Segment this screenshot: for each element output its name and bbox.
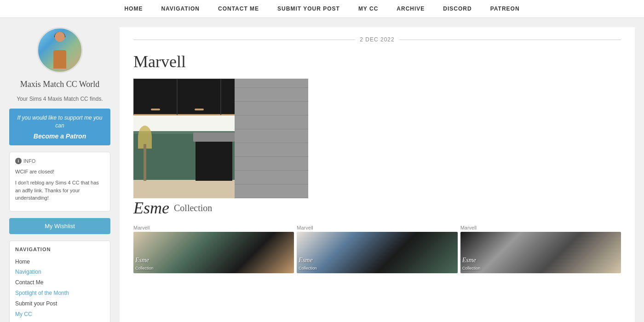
thumb-image-3[interactable]: Esme Collection: [460, 232, 621, 273]
thumbnail-1: Marvell Esme Collection: [133, 225, 294, 273]
sidebar-item-submit[interactable]: Submit your Post: [15, 299, 104, 309]
thumb-label-1: Marvell: [133, 225, 294, 230]
thumb-image-2[interactable]: Esme Collection: [297, 232, 457, 273]
info-icon: i: [15, 158, 22, 164]
sidebar-item-contact[interactable]: Contact Me: [15, 277, 104, 288]
nav-archive[interactable]: ARCHIVE: [397, 6, 425, 12]
main-nav: HOME NAVIGATION CONTACT ME SUBMIT YOUR P…: [0, 0, 644, 18]
post-date: 2 DEC 2022: [360, 36, 394, 43]
thumbnail-2: Marvell Esme Collection: [297, 225, 457, 273]
kitchen-plant: [138, 126, 152, 181]
thumbnail-row: Marvell Esme Collection Marvell Esme Col…: [133, 225, 621, 273]
thumbnail-3: Marvell Esme Collection: [460, 225, 621, 273]
nav-contact[interactable]: CONTACT ME: [218, 6, 259, 12]
cabinet-1: [133, 79, 177, 115]
sidebar-nav-box: NAVIGATION Home Navigation Contact Me Sp…: [9, 241, 110, 322]
info-header-text: INFO: [23, 158, 35, 164]
sidebar-item-mycc[interactable]: My CC: [15, 309, 104, 320]
thumb-image-1[interactable]: Esme Collection: [133, 232, 294, 273]
kitchen-floor: [133, 180, 235, 198]
nav-discord[interactable]: DISCORD: [443, 6, 472, 12]
main-content: 2 DEC 2022 Marvell: [120, 27, 635, 322]
collection-header: Esme Collection: [133, 198, 621, 218]
post-title: Marvell: [133, 52, 621, 71]
sidebar-item-computer-specs[interactable]: Computer Specs: [15, 319, 104, 322]
stone-wall: [235, 79, 308, 198]
thumb-caption-2: Esme Collection: [299, 257, 317, 271]
sidebar-item-spotlight[interactable]: Spotlight of the Month: [15, 288, 104, 299]
sidebar-item-home[interactable]: Home: [15, 257, 104, 267]
kitchen-stove: [196, 135, 232, 181]
cabinet-2: [177, 79, 221, 115]
thumb-caption-3: Esme Collection: [462, 257, 481, 271]
info-header: i INFO: [15, 158, 104, 164]
collection-name: Esme: [133, 198, 169, 218]
blog-title: Maxis Match CC World: [20, 80, 100, 89]
sidebar-item-navigation[interactable]: Navigation: [15, 267, 104, 277]
info-box: i INFO WCIF are closed! I don't reblog a…: [9, 152, 110, 212]
thumb-label-3: Marvell: [460, 225, 621, 230]
main-post-image: [133, 79, 308, 198]
nav-patreon[interactable]: PATREON: [490, 6, 520, 12]
nav-navigation[interactable]: NAVIGATION: [161, 6, 200, 12]
sidebar: Maxis Match CC World Your Sims 4 Maxis M…: [9, 27, 110, 322]
avatar: [37, 27, 83, 73]
blog-subtitle: Your Sims 4 Maxis Match CC finds.: [17, 96, 103, 102]
nav-home[interactable]: HOME: [124, 6, 143, 12]
nav-submit[interactable]: SUBMIT YOUR POST: [277, 6, 340, 12]
info-text-2: I don't reblog any Sims 4 CC that has an…: [15, 179, 104, 202]
patron-box: If you would like to support me you can …: [9, 109, 110, 145]
collection-label: Collection: [174, 203, 212, 213]
date-line-left: [133, 40, 355, 40]
date-line-right: [399, 40, 621, 40]
wishlist-button[interactable]: My Wishlist: [9, 218, 110, 234]
become-patron-link[interactable]: Become a Patron: [34, 132, 86, 140]
nav-mycc[interactable]: MY CC: [358, 6, 378, 12]
thumb-label-2: Marvell: [297, 225, 457, 230]
info-text-1: WCIF are closed!: [15, 168, 104, 176]
sidebar-nav-header: NAVIGATION: [15, 247, 104, 252]
thumb-caption-1: Esme Collection: [135, 257, 154, 271]
post-date-row: 2 DEC 2022: [133, 36, 621, 43]
patron-support-text: If you would like to support me you can: [17, 114, 103, 130]
